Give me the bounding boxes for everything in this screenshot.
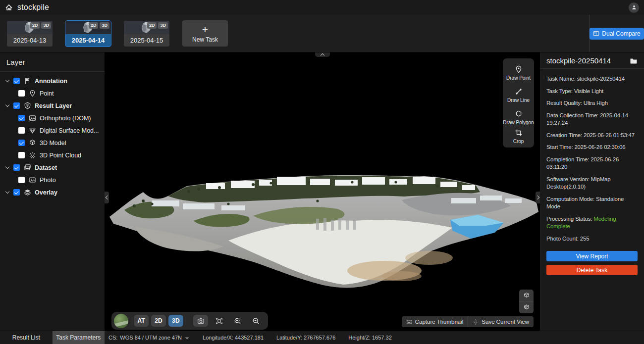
layer-label: 3D Point Cloud xyxy=(40,152,81,159)
model-cube-button[interactable] xyxy=(519,301,534,313)
bottom-bar: Result ListTask Parameters CS: WGS 84 / … xyxy=(0,331,644,344)
tree-expand-toggle[interactable] xyxy=(6,105,13,106)
layer-item-result-layer[interactable]: Result Layer xyxy=(0,99,105,112)
date-badges: 2D3D xyxy=(147,22,168,29)
minimap-thumbnail[interactable] xyxy=(114,314,128,328)
layer-label: Orthophoto (DOM) xyxy=(40,115,91,122)
expand-right-panel-tab[interactable] xyxy=(536,192,540,203)
draw-line-button[interactable]: Draw Line xyxy=(503,84,534,106)
detail-label: Task Type: xyxy=(546,88,573,94)
tool-label: Draw Line xyxy=(507,98,530,103)
layer-checkbox-annotation[interactable] xyxy=(13,78,20,84)
layer-item-annotation[interactable]: Annotation xyxy=(0,75,105,87)
capture-thumbnail-button[interactable]: Capture Thumbnail xyxy=(402,316,468,327)
new-task-button[interactable]: + New Task xyxy=(182,20,228,47)
cube-mesh-icon xyxy=(523,304,530,311)
layer-item-overlay[interactable]: Overlay xyxy=(0,186,105,198)
tree-expand-toggle[interactable] xyxy=(6,192,13,193)
date-card-2025-04-13[interactable]: 2D3D2025-04-13 xyxy=(7,21,53,47)
tab-result-list[interactable]: Result List xyxy=(0,331,53,344)
task-title: stockpile-20250414 xyxy=(546,56,611,65)
draw-tools-panel: Draw PointDraw LineDraw Polygon xyxy=(503,58,534,132)
layer-checkbox-overlay[interactable] xyxy=(13,189,20,196)
cube-icon xyxy=(523,292,530,299)
date-card-2025-04-14[interactable]: 2D3D2025-04-14 xyxy=(65,21,111,47)
folder-icon[interactable] xyxy=(630,57,638,65)
detail-value: 255 xyxy=(580,236,590,242)
layer-item-photo[interactable]: Photo xyxy=(0,174,105,186)
badge-3d: 3D xyxy=(158,22,168,29)
layer-checkbox-digital-surface-mod[interactable] xyxy=(18,127,25,134)
layer-checkbox-result-layer[interactable] xyxy=(13,102,20,109)
chevron-down-icon xyxy=(5,165,9,169)
pin-icon xyxy=(29,90,36,97)
dual-compare-button[interactable]: Dual Compare xyxy=(590,28,644,40)
user-icon xyxy=(631,4,637,10)
screenshot-button[interactable] xyxy=(193,315,208,327)
delete-task-button[interactable]: Delete Task xyxy=(546,265,638,275)
user-avatar[interactable] xyxy=(629,2,639,13)
layer-checkbox-3d-point-cloud[interactable] xyxy=(18,152,25,158)
basemap-cube-button[interactable] xyxy=(519,290,534,301)
mode-3d-button[interactable]: 3D xyxy=(168,315,183,327)
layer-item-digital-surface-mod[interactable]: Digital Surface Mod... xyxy=(0,124,105,137)
terrain-3d-model[interactable] xyxy=(105,52,540,331)
tree-expand-toggle[interactable] xyxy=(6,80,13,82)
layer-item-point[interactable]: Point xyxy=(0,87,105,99)
detail-label: Data Collection Time: xyxy=(546,112,598,118)
top-bar: stockpile xyxy=(0,0,644,15)
mode-at-button[interactable]: AT xyxy=(134,315,149,327)
detail-task-name: Task Name: stockpile-20250414 xyxy=(546,75,638,83)
zoom-out-button[interactable] xyxy=(248,315,263,327)
detail-value: stockpile-20250414 xyxy=(577,76,625,82)
home-icon[interactable] xyxy=(5,3,13,11)
detail-value: Ultra High xyxy=(584,100,608,106)
layer-checkbox-point[interactable] xyxy=(18,90,25,97)
app-title: stockpile xyxy=(17,3,49,12)
layer-checkbox-orthophoto-dom[interactable] xyxy=(18,115,25,121)
crs-selector[interactable]: CS: WGS 84 / UTM zone 47N xyxy=(108,335,190,341)
layer-checkbox-dataset[interactable] xyxy=(13,164,20,171)
tool-label: Draw Point xyxy=(506,75,531,81)
cs-value: WGS 84 / UTM zone 47N xyxy=(120,335,182,341)
mode-2d-button[interactable]: 2D xyxy=(151,315,166,327)
fit-frame-icon xyxy=(215,317,223,325)
date-thumbnail: 2D3D xyxy=(124,21,169,34)
layer-item-3d-model[interactable]: 3D Model xyxy=(0,137,105,149)
cs-label: CS: xyxy=(108,335,117,341)
layer-checkbox-photo[interactable] xyxy=(18,177,25,183)
view-report-button[interactable]: View Report xyxy=(546,251,638,261)
task-details: Task Name: stockpile-20250414Task Type: … xyxy=(540,69,644,247)
badge-2d: 2D xyxy=(147,22,157,29)
layer-item-orthophoto-dom[interactable]: Orthophoto (DOM) xyxy=(0,112,105,124)
detail-label: Computation Mode: xyxy=(546,196,594,202)
date-card-2025-04-15[interactable]: 2D3D2025-04-15 xyxy=(124,21,169,47)
layer-item-dataset[interactable]: Dataset xyxy=(0,161,105,174)
height-readout: Height/Z: 1657.32 xyxy=(348,335,391,341)
detail-task-type: Task Type: Visible Light xyxy=(546,88,638,96)
tree-expand-toggle[interactable] xyxy=(6,167,13,168)
layer-panel-title: Layer xyxy=(0,52,105,72)
collapse-strip-tab[interactable] xyxy=(315,52,330,57)
app-window: stockpile 2D3D2025-04-132D3D2025-04-142D… xyxy=(0,0,644,344)
crop-button[interactable]: Crop xyxy=(503,125,534,147)
flag-icon xyxy=(24,77,31,85)
save-current-view-button[interactable]: Save Current View xyxy=(468,316,534,327)
task-panel: stockpile-20250414 Task Name: stockpile-… xyxy=(540,52,644,331)
task-panel-header: stockpile-20250414 xyxy=(540,52,644,69)
layer-item-3d-point-cloud[interactable]: 3D Point Cloud xyxy=(0,149,105,161)
map-canvas[interactable]: Draw PointDraw LineDraw Polygon Crop AT2… xyxy=(105,52,540,331)
draw-point-button[interactable]: Draw Point xyxy=(503,62,534,84)
detail-label: Completion Time: xyxy=(546,156,589,162)
fit-view-button[interactable] xyxy=(212,315,226,327)
layers-icon xyxy=(24,189,31,196)
capture-thumbnail-button-label: Capture Thumbnail xyxy=(415,319,464,325)
view-toggle-stack xyxy=(519,290,534,313)
layer-checkbox-3d-model[interactable] xyxy=(18,140,25,146)
tool-label: Crop xyxy=(513,139,524,144)
collapse-left-panel-tab[interactable] xyxy=(105,192,109,203)
tab-task-parameters[interactable]: Task Parameters xyxy=(53,331,105,344)
zoom-in-button[interactable] xyxy=(230,315,245,327)
detail-label: Result Quality: xyxy=(546,100,582,106)
crop-tool-panel: Crop xyxy=(503,125,534,147)
